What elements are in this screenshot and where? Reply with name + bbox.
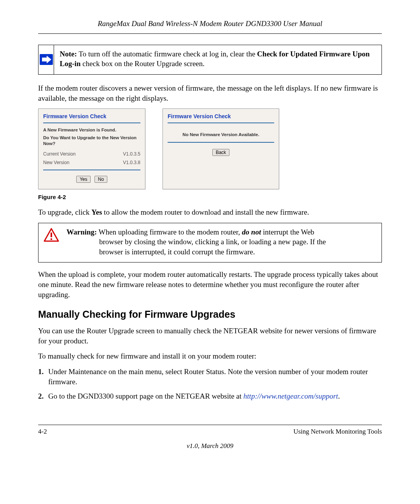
current-version-label: Current Version [43,151,75,157]
dialog-title: Firmware Version Check [43,113,140,120]
manual-lead-paragraph: To manually check for new firmware and i… [38,351,382,361]
footer-row: 4-2 Using Network Monitoring Tools [38,427,382,436]
current-version-row: Current Version V1.0.3.5 [43,151,140,157]
yes-button[interactable]: Yes [76,176,91,183]
new-version-label: New Version [43,159,69,166]
warning-line3: browser is interrupted, it could corrupt… [66,247,326,257]
firmware-check-none-dialog: Firmware Version Check No New Firmware V… [163,108,279,189]
back-button[interactable]: Back [212,149,230,156]
warning-text: Warning: When uploading firmware to the … [64,223,331,262]
note-text-1: To turn off the automatic firmware check… [77,50,257,58]
new-version-row: New Version V1.0.3.8 [43,159,140,166]
arrow-right-icon [40,54,53,65]
upgrade-paragraph: To upgrade, click Yes to allow the modem… [38,207,382,217]
note-label: Note: [60,50,77,58]
upgrade-question: Do You Want to Upgrade to the New Versio… [43,135,140,147]
note-text: Note: To turn off the automatic firmware… [54,45,382,74]
warning-label: Warning: [66,228,97,236]
dialog-divider [43,122,140,123]
warning-donot: do not [242,228,261,236]
page-number: 4-2 [38,427,47,436]
warning-line2: browser by closing the window, clicking … [66,237,326,247]
manual-intro-paragraph: You can use the Router Upgrade screen to… [38,326,382,346]
dialog-title: Firmware Version Check [168,113,274,120]
dialog-button-row: Back [168,147,274,157]
support-link[interactable]: http://www.netgear.com/support [243,392,338,400]
current-version-value: V1.0.3.5 [123,151,140,157]
figure-caption: Figure 4-2 [38,193,382,201]
note-callout: Note: To turn off the automatic firmware… [38,45,382,75]
intro-paragraph: If the modem router discovers a newer ve… [38,83,382,103]
step-2: Go to the DGND3300 support page on the N… [38,391,382,401]
svg-rect-1 [51,233,52,237]
footer-version: v1.0, March 2009 [38,442,382,451]
figure-row: Firmware Version Check A New Firmware Ve… [38,108,382,189]
step-2-text-a: Go to the DGND3300 support page on the N… [48,392,243,400]
warning-line1a: When uploading firmware to the modem rou… [97,228,242,236]
step-1: Under Maintenance on the main menu, sele… [38,367,382,387]
step-2-text-b: . [338,392,340,400]
footer-section-title: Using Network Monitoring Tools [293,427,382,436]
steps-list: Under Maintenance on the main menu, sele… [38,367,382,401]
upload-complete-paragraph: When the upload is complete, your modem … [38,270,382,299]
new-version-value: V1.0.3.8 [123,159,140,166]
dialog-divider [168,122,274,123]
page-header-title: RangeMax Dual Band Wireless-N Modem Rout… [38,19,382,29]
dialog-divider [168,142,274,143]
firmware-check-found-dialog: Firmware Version Check A New Firmware Ve… [38,108,145,189]
upgrade-text-after: to allow the modem router to download an… [102,208,309,216]
dialog-button-row: Yes No [43,170,140,184]
note-icon-cell [38,45,54,74]
no-button[interactable]: No [94,176,107,183]
no-firmware-message: No New Firmware Version Available. [168,132,274,138]
svg-rect-2 [51,238,52,240]
note-text-2: check box on the Router Upgrade screen. [80,60,205,68]
warning-line1b: interrupt the Web [261,228,314,236]
found-message: A New Firmware Version is Found. [43,127,140,133]
header-divider [38,33,382,34]
footer-divider [38,425,382,425]
upgrade-text-before: To upgrade, click [38,208,91,216]
warning-triangle-icon [44,228,59,242]
section-heading-manual-check: Manually Checking for Firmware Upgrades [38,308,382,321]
upgrade-yes-bold: Yes [91,208,102,216]
warning-icon-cell [38,223,64,262]
warning-callout: Warning: When uploading firmware to the … [38,223,382,263]
